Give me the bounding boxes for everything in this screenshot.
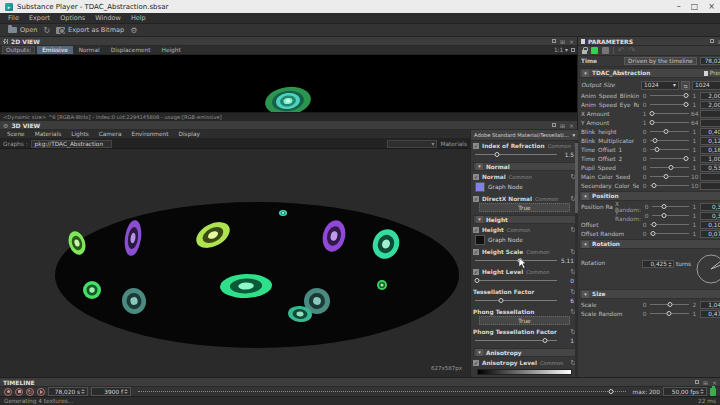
chevron-down-icon[interactable]: ▾ [582,70,589,77]
checkbox[interactable]: ✓ [473,360,479,366]
slider-handle[interactable] [684,102,689,107]
tab-emissive[interactable]: Emissive [37,46,73,54]
record-button[interactable] [4,388,12,396]
toggle-button[interactable]: True [479,316,570,325]
params-section-rotation[interactable]: ▾Rotation [579,239,720,249]
slider-handle[interactable] [662,213,667,218]
battery-icon[interactable] [710,388,716,396]
slider-handle[interactable] [499,298,504,303]
slider-track[interactable] [650,176,689,177]
panel-close-icon[interactable]: × [569,122,574,129]
fps-spinner[interactable]: 50,00 fps [663,387,707,396]
lock-icon[interactable] [582,50,587,54]
texture-thumbnail[interactable] [475,182,485,192]
menu-item-window[interactable]: Window [90,14,126,22]
slider-track[interactable] [650,224,689,225]
chevron-down-icon[interactable]: ▾ [476,216,483,223]
slider-track[interactable] [652,215,689,216]
redo-icon[interactable]: ↷ [629,46,636,55]
slider-track[interactable] [475,260,557,261]
fit-view-icon[interactable] [571,48,575,52]
maximize-button[interactable]: □ [691,2,699,11]
slider-handle[interactable] [651,231,656,236]
slider-track[interactable] [475,340,557,341]
timeline-frame-spinner[interactable]: 3900 f [91,387,131,396]
slider-handle[interactable] [475,278,480,283]
viewport-3d[interactable]: 627x587px [0,149,470,377]
slider-track[interactable] [475,300,557,301]
close-button[interactable]: × [708,2,715,11]
slider-handle[interactable] [542,338,547,343]
float-icon[interactable] [552,123,556,127]
view3d-menu-display[interactable]: Display [174,131,205,137]
slider-track[interactable] [650,113,689,114]
menu-item-file[interactable]: File [3,14,24,22]
checkbox[interactable]: ✓ [473,174,479,180]
gradient-bar[interactable] [477,369,572,375]
slider-track[interactable] [475,280,557,281]
float-icon[interactable] [710,39,714,43]
panel-close-icon[interactable]: × [569,38,574,45]
slider-handle[interactable] [495,152,500,157]
chevron-down-icon[interactable]: ▾ [582,241,589,248]
material-shader-dropdown[interactable]: Adobe Standard Material/Tessellation + D… [471,130,578,141]
slider-track[interactable] [650,167,689,168]
menu-item-export[interactable]: Export [24,14,55,22]
slider-track[interactable] [650,140,689,141]
zoom-level-dropdown[interactable]: 1:1 ▾ [554,47,568,53]
float-icon[interactable] [552,39,556,43]
view3d-menu-scene[interactable]: Scene [2,131,30,137]
slider-handle[interactable] [662,204,667,209]
minimize-button[interactable]: – [677,2,681,11]
panel-maximize-icon[interactable]: ⊞ [560,122,565,129]
slider-handle[interactable] [666,311,671,316]
slider-handle[interactable] [669,165,674,170]
tab-displacement[interactable]: Displacement [106,46,156,54]
timeline-slider[interactable] [138,391,626,392]
slider-handle[interactable] [518,258,523,263]
value-spinner[interactable]: 0,33 [700,203,720,211]
value-spinner[interactable]: 2,000 [700,92,720,100]
play-button[interactable] [37,388,45,396]
presets-button[interactable]: Presets [704,70,720,76]
texture-2d-canvas[interactable] [0,55,577,112]
slider-track[interactable] [650,233,689,234]
value-spinner[interactable]: 1 [700,182,720,190]
checkbox[interactable]: ✓ [473,227,479,233]
value-spinner[interactable]: 0,182 [700,146,720,154]
checkbox[interactable]: ✓ [473,249,479,255]
slider-handle[interactable] [649,111,654,116]
chevron-down-icon[interactable]: ▾ [582,193,589,200]
rotation-dial[interactable] [694,252,720,286]
params-section-size[interactable]: ▾Size [579,289,720,299]
slider-handle[interactable] [655,147,660,152]
slider-handle[interactable] [684,156,689,161]
tab-height[interactable]: Height [157,46,186,54]
material-section-anisotropy[interactable]: ▾Anisotropy [473,348,576,357]
slider-handle[interactable] [651,183,656,188]
value-spinner[interactable]: 0,100 [700,221,720,229]
checkbox[interactable]: ✓ [473,143,479,149]
slider-track[interactable] [475,154,557,155]
preset-export-icon[interactable] [602,47,609,54]
slider-track[interactable] [650,122,689,123]
slider-track[interactable] [650,185,689,186]
slider-track[interactable] [650,158,689,159]
value-spinner[interactable]: 0,400 [700,128,720,136]
value-spinner[interactable]: 0,425 [642,260,674,268]
undo-icon[interactable]: ↶ [618,46,625,55]
slider-track[interactable] [650,95,689,96]
slider-handle[interactable] [663,174,668,179]
value-spinner[interactable]: 0,33 [700,212,720,220]
graph-section-header[interactable]: ▾ TDAC_Abstraction Presets [579,68,720,78]
params-section-position[interactable]: ▾Position [579,191,720,201]
timeline-time-spinner[interactable]: 78,020 s [48,387,88,396]
slider-handle[interactable] [649,120,654,125]
slider-handle[interactable] [664,129,669,134]
stop-button[interactable] [15,388,23,396]
float-icon[interactable] [695,380,699,384]
slider-track[interactable] [650,104,689,105]
slider-track[interactable] [650,149,689,150]
view3d-menu-lights[interactable]: Lights [66,131,94,137]
value-spinner[interactable]: 0,120 [700,137,720,145]
